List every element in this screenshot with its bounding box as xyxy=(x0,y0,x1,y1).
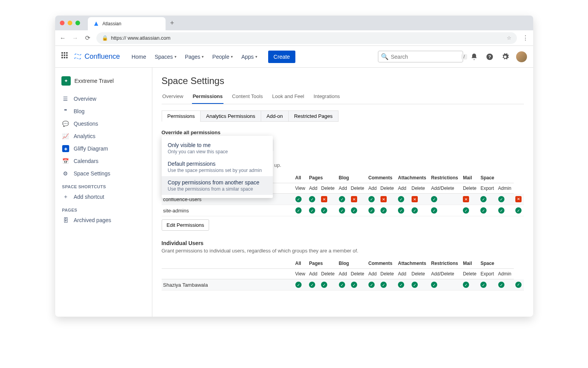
individual-users-desc: Grant permissions to individual users, r… xyxy=(162,248,524,254)
sidebar-calendars[interactable]: 📅Calendars xyxy=(58,155,149,167)
permission-cell: ✓ xyxy=(294,279,308,291)
subtab-restricted[interactable]: Restricted Pages xyxy=(288,110,338,122)
permission-cell: ✓ xyxy=(337,194,349,205)
add-shortcut[interactable]: ＋Add shortcut xyxy=(58,191,149,203)
permission-cell: ✓ xyxy=(497,205,514,216)
sidebar-overview[interactable]: ☰Overview xyxy=(58,93,149,105)
atlassian-favicon xyxy=(93,21,99,27)
check-icon: ✓ xyxy=(398,207,404,214)
check-icon: ✓ xyxy=(309,207,315,214)
check-icon: ✓ xyxy=(498,196,504,202)
nav-home[interactable]: Home xyxy=(128,51,150,62)
back-button[interactable]: ← xyxy=(59,34,67,42)
window-controls xyxy=(60,21,80,25)
tab-look-feel[interactable]: Look and Feel xyxy=(271,91,305,104)
address-bar[interactable]: 🔒 https:// www.atlassian.com ☆ xyxy=(96,32,517,44)
chevron-down-icon: ▾ xyxy=(202,54,204,59)
sidebar-space-settings[interactable]: ⚙Space Settings xyxy=(58,167,149,180)
new-tab-button[interactable]: + xyxy=(170,19,174,27)
search-box[interactable]: 🔍 / xyxy=(378,51,463,63)
gear-icon: ⚙ xyxy=(62,170,69,177)
x-icon: ✕ xyxy=(463,196,469,202)
sidebar-blog[interactable]: ❞Blog xyxy=(58,105,149,117)
star-icon[interactable]: ☆ xyxy=(507,35,511,41)
dropdown-copy[interactable]: Copy permissions from another space Use … xyxy=(162,176,273,195)
check-icon: ✓ xyxy=(412,207,418,214)
subtab-permissions[interactable]: Permissions xyxy=(162,110,201,122)
pages-heading: PAGES xyxy=(58,203,149,214)
close-window[interactable] xyxy=(60,21,65,25)
override-label: Override all permissions xyxy=(162,130,524,135)
check-icon: ✓ xyxy=(498,282,504,288)
check-icon: ✓ xyxy=(321,207,327,214)
permission-cell: ✓ xyxy=(319,205,337,216)
sidebar-analytics[interactable]: 📈Analytics xyxy=(58,130,149,142)
check-icon: ✓ xyxy=(351,282,357,288)
space-name-label: Exxtreme Travel xyxy=(75,78,114,84)
logo-text: Confluence xyxy=(85,53,120,61)
permission-cell: ✓ xyxy=(479,205,496,216)
permission-cell: ✓ xyxy=(429,205,461,216)
sidebar: ✦ Exxtreme Travel ☰Overview ❞Blog 💬Quest… xyxy=(55,68,152,317)
tab-permissions[interactable]: Permissions xyxy=(192,91,223,104)
nav-apps[interactable]: Apps▾ xyxy=(237,51,261,62)
dropdown-only-me[interactable]: Only visible to me Only you can view thi… xyxy=(162,139,273,158)
check-icon: ✓ xyxy=(498,207,504,214)
permission-cell: ✓ xyxy=(379,279,396,291)
maximize-window[interactable] xyxy=(75,21,80,25)
tab-overview[interactable]: Overview xyxy=(162,91,184,104)
minimize-window[interactable] xyxy=(68,21,72,25)
permission-cell: ✓ xyxy=(379,205,396,216)
help-icon[interactable]: ? xyxy=(485,52,494,61)
browser-menu[interactable]: ⋮ xyxy=(522,34,529,42)
table-row: Shaziya Tambawala✓✓✓✓✓✓✓✓✓✓✓✓✓✓ xyxy=(162,279,524,291)
forward-button[interactable]: → xyxy=(72,34,79,42)
check-icon: ✓ xyxy=(295,207,302,214)
nav-pages[interactable]: Pages▾ xyxy=(181,51,208,62)
browser-tab[interactable]: Atlassian xyxy=(88,17,166,30)
create-button[interactable]: Create xyxy=(268,51,295,63)
row-name: site-admins xyxy=(162,205,294,216)
table-row: site-admins✓✓✓✓✓✓✓✓✓✓✓✓✓✓ xyxy=(162,205,524,216)
archived-pages[interactable]: 🗄Archived pages xyxy=(58,214,149,226)
permission-cell: ✕ xyxy=(461,194,479,205)
confluence-logo[interactable]: Confluence xyxy=(74,53,120,61)
x-icon: ✕ xyxy=(380,196,387,202)
check-icon: ✓ xyxy=(480,282,487,288)
search-input[interactable] xyxy=(391,54,459,60)
dropdown-default[interactable]: Default permissions Use the space permis… xyxy=(162,158,273,176)
settings-icon[interactable] xyxy=(501,52,510,61)
chevron-down-icon: ▾ xyxy=(255,54,257,59)
check-icon: ✓ xyxy=(398,196,404,202)
permission-cell: ✓ xyxy=(396,279,410,291)
subtab-addon[interactable]: Add-on xyxy=(261,110,289,122)
permission-cell: ✓ xyxy=(337,279,349,291)
notifications-icon[interactable] xyxy=(469,52,479,61)
nav-people[interactable]: People▾ xyxy=(208,51,237,62)
permission-cell: ✓ xyxy=(367,194,379,205)
tab-integrations[interactable]: Integrations xyxy=(313,91,341,104)
check-icon: ✓ xyxy=(431,207,437,214)
permission-cell: ✓ xyxy=(479,194,496,205)
check-icon: ✓ xyxy=(431,196,437,202)
sidebar-questions[interactable]: 💬Questions xyxy=(58,117,149,130)
permission-cell: ✓ xyxy=(307,194,319,205)
user-avatar[interactable] xyxy=(516,51,527,62)
search-shortcut: / xyxy=(461,54,467,60)
permission-cell: ✓ xyxy=(307,205,319,216)
main-content: Space Settings Overview Permissions Cont… xyxy=(152,68,533,317)
page-title: Space Settings xyxy=(162,75,524,86)
permission-cell: ✓ xyxy=(396,205,410,216)
sidebar-gliffy[interactable]: ◈Gliffy Diagram xyxy=(58,142,149,155)
permission-cell: ✓ xyxy=(429,279,461,291)
tab-content-tools[interactable]: Content Tools xyxy=(231,91,263,104)
nav-spaces[interactable]: Spaces▾ xyxy=(151,51,180,62)
check-icon: ✓ xyxy=(339,207,345,214)
check-icon: ✓ xyxy=(368,282,375,288)
plus-icon: ＋ xyxy=(62,193,69,200)
edit-permissions-button[interactable]: Edit Permissions xyxy=(162,219,209,231)
subtab-analytics[interactable]: Analytics Permissions xyxy=(200,110,261,122)
app-switcher-icon[interactable] xyxy=(61,52,71,61)
space-header[interactable]: ✦ Exxtreme Travel xyxy=(58,74,149,88)
reload-button[interactable]: ⟳ xyxy=(84,34,92,42)
